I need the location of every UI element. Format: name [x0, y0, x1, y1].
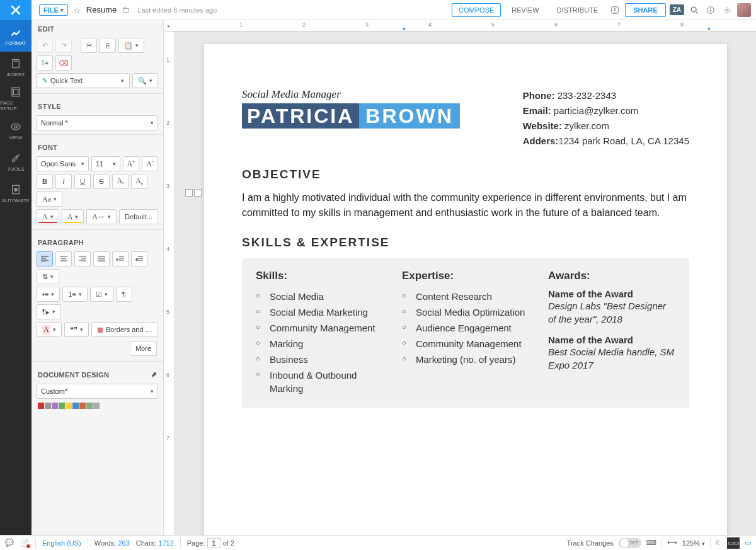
font-color-button[interactable]: A▾: [37, 209, 59, 224]
word-count[interactable]: Words: 263: [94, 539, 130, 547]
doc-name[interactable]: PATRICIABROWN: [242, 105, 460, 128]
ruler-indent-marker-icon[interactable]: ▸: [168, 23, 171, 29]
share-button[interactable]: SHARE: [625, 3, 666, 17]
clear-format-button[interactable]: ⌫: [55, 55, 72, 71]
notifications-icon[interactable]: [609, 4, 621, 16]
case-button[interactable]: Aa▾: [37, 192, 62, 207]
document-title[interactable]: Resume: [86, 5, 117, 14]
font-section-title: FONT: [32, 139, 163, 155]
search-icon[interactable]: [688, 4, 701, 16]
rail-view[interactable]: VIEW: [0, 115, 32, 146]
rail-tools[interactable]: TOOLS: [0, 146, 32, 178]
track-changes-toggle[interactable]: OFF: [619, 538, 641, 548]
language-button[interactable]: English (US): [42, 539, 81, 547]
objective-body[interactable]: I am a highly motivated individual with …: [242, 190, 689, 221]
compose-tab[interactable]: COMPOSE: [452, 3, 501, 17]
user-avatar[interactable]: [737, 3, 751, 17]
awards-header[interactable]: Awards:: [548, 270, 675, 282]
reader-mode-icon[interactable]: ▭: [745, 539, 751, 547]
checklist-button[interactable]: ☑▾: [90, 287, 113, 302]
strikethrough-button[interactable]: S: [93, 174, 110, 189]
align-justify-button[interactable]: [93, 251, 110, 266]
doc-subtitle[interactable]: Social Media Manager: [242, 88, 460, 101]
za-badge[interactable]: ZA: [670, 4, 684, 15]
more-button[interactable]: More: [130, 341, 157, 356]
rail-insert[interactable]: INSERT: [0, 52, 32, 83]
horizontal-ruler[interactable]: ▸ ▾ ▾ 12345678: [164, 20, 756, 32]
doc-design-select[interactable]: Custom*▾: [37, 384, 158, 399]
quote-button[interactable]: ❝❞▾: [64, 322, 89, 337]
char-spacing-button[interactable]: A↔▾: [86, 209, 117, 224]
vertical-ruler[interactable]: 1234567: [164, 32, 175, 535]
rail-page-setup[interactable]: PAGE SETUP: [0, 83, 32, 115]
text-direction-button[interactable]: ¶▸▾: [37, 304, 61, 319]
app-close-button[interactable]: [0, 0, 32, 20]
page-indicator[interactable]: Page: of 2: [187, 538, 234, 548]
font-default-button[interactable]: Default...: [119, 209, 158, 224]
cut-button[interactable]: ✂: [81, 38, 97, 53]
popout-icon[interactable]: ⬈: [151, 370, 157, 379]
align-right-button[interactable]: [74, 251, 91, 266]
superscript-button[interactable]: A²: [112, 174, 129, 189]
fit-width-icon[interactable]: ⟷: [667, 539, 677, 547]
undo-button[interactable]: ↶: [37, 38, 53, 53]
quick-text-button[interactable]: ✎Quick Text▾: [37, 73, 130, 88]
redo-button[interactable]: ↷: [55, 38, 72, 53]
bold-button[interactable]: B: [37, 174, 53, 189]
numbered-list-button[interactable]: 1≡▾: [62, 287, 88, 302]
skills-list[interactable]: Social Media Social Media Marketing Comm…: [256, 289, 383, 396]
review-tab[interactable]: REVIEW: [505, 3, 546, 17]
file-menu-button[interactable]: FILE▾: [39, 4, 68, 16]
last-edited-label: Last edited 6 minutes ago: [137, 6, 217, 14]
settings-icon[interactable]: [721, 4, 733, 16]
skills-header[interactable]: Skills:: [256, 270, 383, 282]
italic-button[interactable]: I: [55, 174, 72, 189]
increase-font-button[interactable]: A+: [123, 156, 139, 171]
night-mode-icon[interactable]: ☾: [716, 539, 722, 547]
find-replace-button[interactable]: 🔍▾: [132, 73, 158, 88]
rail-format[interactable]: FORMAT: [0, 20, 32, 52]
borders-shading-button[interactable]: ▦Borders and S...: [91, 322, 158, 337]
font-family-select[interactable]: Open Sans▾: [37, 156, 89, 171]
keyboard-icon[interactable]: ⌨: [646, 539, 656, 547]
expertise-list[interactable]: Content Research Social Media Optimizati…: [402, 289, 529, 367]
doc-contact[interactable]: Phone: 233-232-2343 Email: particia@zylk…: [523, 88, 689, 149]
copy-button[interactable]: ⎘: [100, 38, 116, 53]
star-icon[interactable]: ☆: [73, 5, 81, 15]
page-margin-handles[interactable]: [185, 189, 202, 197]
shading-button[interactable]: A▾: [37, 322, 62, 337]
align-left-button[interactable]: [37, 251, 53, 266]
highlight-button[interactable]: A▾: [62, 209, 84, 224]
char-count[interactable]: Chars: 1712: [136, 539, 174, 547]
expertise-header[interactable]: Expertise:: [402, 270, 529, 282]
distribute-tab[interactable]: DISTRIBUTE: [550, 3, 605, 17]
style-select[interactable]: Normal *▾: [37, 115, 158, 130]
line-spacing-button[interactable]: ⇅▾: [37, 269, 59, 284]
info-icon[interactable]: [704, 4, 717, 16]
decrease-font-button[interactable]: A-: [142, 156, 158, 171]
bullet-list-button[interactable]: •≡▾: [37, 287, 60, 302]
subscript-button[interactable]: A₂: [131, 174, 147, 189]
document-page[interactable]: Social Media Manager PATRICIABROWN Phone…: [204, 44, 727, 535]
spellcheck-icon[interactable]: 📄: [20, 539, 29, 547]
align-center-button[interactable]: [55, 251, 72, 266]
comments-icon[interactable]: 💬: [5, 539, 14, 547]
pilcrow-button[interactable]: ¶: [116, 287, 132, 302]
view-mode-pages-icon[interactable]: ▭▭: [727, 537, 740, 549]
theme-swatches[interactable]: [38, 400, 157, 409]
rail-automate[interactable]: AUTOMATE: [0, 178, 32, 209]
skills-block[interactable]: Skills: Social Media Social Media Market…: [242, 258, 689, 408]
folder-icon[interactable]: 🗀: [122, 5, 130, 14]
track-changes-label: Track Changes: [567, 539, 614, 547]
zoom-control[interactable]: 125% ▾: [682, 539, 705, 547]
page-scroll-area[interactable]: Social Media Manager PATRICIABROWN Phone…: [175, 32, 756, 535]
skills-title[interactable]: SKILLS & EXPERTISE: [242, 236, 689, 249]
paste-button[interactable]: 📋▾: [118, 38, 144, 53]
format-painter-button[interactable]: T⌖: [37, 55, 53, 71]
page-input[interactable]: [207, 538, 221, 548]
font-size-select[interactable]: 11▾: [91, 156, 120, 171]
increase-indent-button[interactable]: [131, 251, 147, 266]
underline-button[interactable]: U: [74, 174, 91, 189]
decrease-indent-button[interactable]: [112, 251, 129, 266]
objective-title[interactable]: OBJECTIVE: [242, 168, 689, 181]
